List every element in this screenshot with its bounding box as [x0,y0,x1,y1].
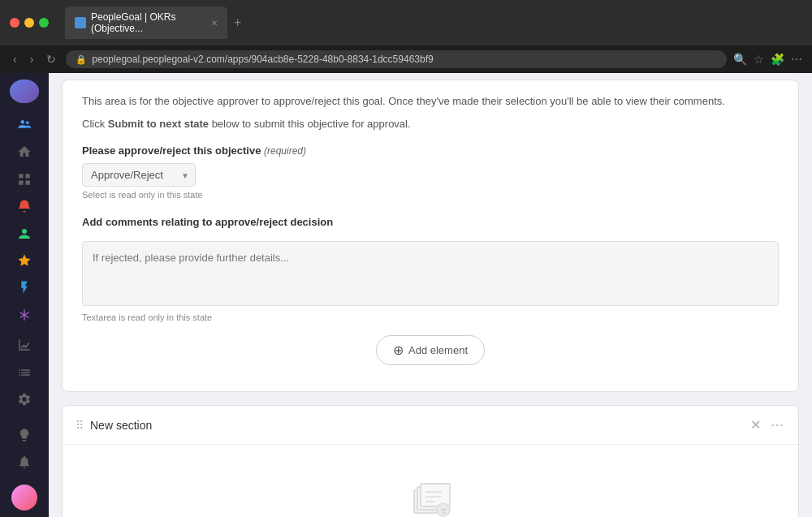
info-text-1: This area is for the objective approver … [82,93,779,110]
extension-button[interactable]: 🧩 [771,53,784,66]
bookmark-button[interactable]: ☆ [754,53,764,66]
refresh-button[interactable]: ↻ [43,51,59,67]
svg-line-15 [443,512,445,514]
sidebar-item-home[interactable] [10,140,39,164]
add-element-button[interactable]: ⊕ Add element [376,335,485,365]
tab-favicon [75,17,86,28]
new-tab-button[interactable]: + [227,15,248,30]
approve-reject-select[interactable]: Approve/Reject [82,163,196,187]
select-hint: Select is read only in this state [82,190,779,200]
sidebar-item-asterisk[interactable] [10,303,39,326]
new-section-card: ⠿ New section ✕ ⋯ [62,405,799,517]
sidebar-item-users[interactable] [10,222,39,245]
approval-section-body: This area is for the objective approver … [63,80,798,391]
url-text: peoplegoal.peoplegoal-v2.com/apps/904acb… [92,54,433,65]
comments-textarea[interactable] [82,241,779,306]
textarea-hint: Textarea is read only in this state [82,312,779,322]
empty-state-icon [406,477,455,517]
search-button[interactable]: 🔍 [733,53,747,66]
tab-close-button[interactable]: ✕ [211,19,218,28]
close-section-button[interactable]: ✕ [749,416,762,434]
approve-reject-select-wrapper: Approve/Reject ▼ [82,163,196,187]
new-section-title: New section [90,419,742,432]
sidebar-item-bolt[interactable] [10,276,39,299]
back-button[interactable]: ‹ [10,51,20,67]
lock-icon: 🔒 [76,54,87,65]
avatar-image [10,80,39,103]
traffic-lights [10,18,49,28]
menu-button[interactable]: ⋯ [791,53,802,66]
browser-chrome: PeopleGoal | OKRs (Objective... ✕ + ‹ › … [0,0,812,73]
sidebar-item-settings[interactable] [10,387,39,411]
section-actions: ✕ ⋯ [749,416,785,434]
svg-point-6 [22,229,27,234]
sidebar [0,73,49,517]
sidebar-item-star[interactable] [10,248,39,272]
tab-title: PeopleGoal | OKRs (Objective... [91,11,206,34]
required-label: (required) [264,145,306,157]
url-bar[interactable]: 🔒 peoplegoal.peoplegoal-v2.com/apps/904a… [66,50,727,68]
sidebar-item-people[interactable] [10,113,39,136]
avatar[interactable] [10,80,39,103]
svg-rect-5 [26,180,30,184]
browser-actions: 🔍 ☆ 🧩 ⋯ [733,53,802,66]
app-layout: This area is for the objective approver … [0,73,812,517]
approve-reject-label: Please approve/reject this objective (re… [82,144,779,157]
close-button[interactable] [10,18,19,28]
new-section-body: Nothing to show There are no elements in… [63,445,798,517]
svg-rect-4 [19,180,23,184]
more-options-button[interactable]: ⋯ [769,416,785,434]
active-tab[interactable]: PeopleGoal | OKRs (Objective... ✕ [65,6,227,39]
maximize-button[interactable] [39,18,49,28]
new-section-header: ⠿ New section ✕ ⋯ [63,406,798,445]
sidebar-item-bulb[interactable] [10,423,39,446]
plus-circle-icon: ⊕ [393,343,404,358]
svg-point-1 [26,121,29,124]
svg-rect-2 [19,174,23,178]
minimize-button[interactable] [24,18,34,28]
info-text-2: Click Submit to next state below to subm… [82,116,779,132]
forward-button[interactable]: › [27,51,37,67]
svg-point-0 [21,120,25,124]
drag-handle-icon[interactable]: ⠿ [76,419,84,432]
sidebar-item-bell[interactable] [10,450,39,474]
main-content: This area is for the objective approver … [49,73,812,517]
comments-label: Add comments relating to approve/reject … [82,216,779,228]
sidebar-item-dashboard[interactable] [10,167,39,191]
submit-bold: Submit to next state [108,118,209,130]
address-bar: ‹ › ↻ 🔒 peoplegoal.peoplegoal-v2.com/app… [0,45,812,73]
svg-rect-3 [26,174,30,178]
sidebar-item-chart[interactable] [10,334,39,357]
user-avatar-bottom[interactable] [10,485,39,511]
sidebar-item-list[interactable] [10,360,39,384]
approval-section-card: This area is for the objective approver … [62,80,799,392]
sidebar-item-alert[interactable] [10,195,39,218]
